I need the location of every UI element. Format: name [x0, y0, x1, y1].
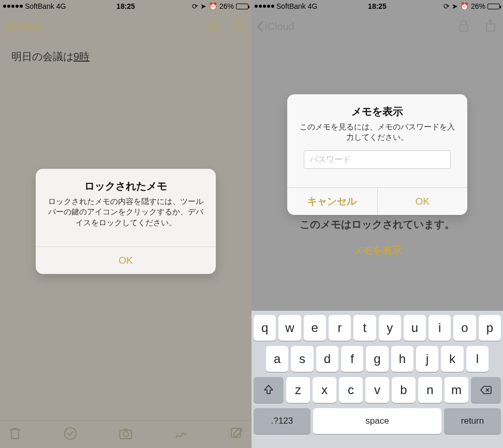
return-key[interactable]: return [444, 408, 501, 434]
lock-open-icon[interactable] [205, 18, 219, 35]
alert-ok-button[interactable]: OK [377, 188, 468, 215]
locked-note-title: このメモはロックされています。 [252, 218, 503, 232]
back-button[interactable]: iCloud [5, 21, 43, 33]
chevron-left-icon [257, 21, 264, 32]
key-r[interactable]: r [329, 315, 351, 341]
key-g[interactable]: g [366, 346, 388, 372]
clock-label: 18:25 [0, 2, 252, 10]
share-icon[interactable] [232, 18, 246, 35]
key-t[interactable]: t [353, 315, 376, 341]
key-m[interactable]: m [445, 377, 468, 403]
lock-icon[interactable] [456, 18, 471, 35]
key-z[interactable]: z [286, 377, 310, 403]
key-x[interactable]: x [313, 377, 336, 403]
key-w[interactable]: w [278, 315, 301, 341]
key-v[interactable]: v [365, 377, 389, 403]
key-o[interactable]: o [453, 315, 476, 341]
key-p[interactable]: p [479, 315, 501, 341]
alert-ok-button[interactable]: OK [36, 247, 216, 274]
password-input[interactable] [304, 150, 451, 169]
nav-bar: iCloud [0, 12, 252, 40]
key-k[interactable]: k [441, 346, 463, 372]
alert-message: ロックされたメモの内容を隠すには、ツールバーの鍵のアイコンをクリックするか、デバ… [45, 196, 206, 228]
key-h[interactable]: h [391, 346, 413, 372]
delete-key[interactable] [471, 377, 501, 403]
key-q[interactable]: q [254, 315, 276, 341]
battery-icon [236, 4, 248, 9]
back-label: iCloud [265, 21, 294, 33]
shift-key[interactable] [254, 377, 284, 403]
key-b[interactable]: b [392, 377, 416, 403]
key-y[interactable]: y [379, 315, 401, 341]
svg-rect-4 [208, 25, 216, 31]
alert-cancel-button[interactable]: キャンセル [287, 188, 377, 215]
alert-message: このメモを見るには、メモのパスワードを入力してください。 [297, 122, 458, 143]
alert-title: メモを表示 [297, 105, 458, 119]
nav-bar: iCloud [252, 12, 503, 40]
mode-switch-key[interactable]: .?123 [254, 408, 310, 434]
svg-rect-6 [460, 25, 468, 31]
key-c[interactable]: c [339, 377, 363, 403]
key-l[interactable]: l [466, 346, 489, 372]
back-label: iCloud [13, 21, 43, 33]
key-e[interactable]: e [304, 315, 326, 341]
password-alert: メモを表示 このメモを見るには、メモのパスワードを入力してください。 キャンセル… [287, 94, 467, 215]
space-key[interactable]: space [313, 408, 441, 434]
key-a[interactable]: a [266, 346, 288, 372]
key-i[interactable]: i [428, 315, 451, 341]
status-bar: SoftBank 4G 18:25 ⟳ ➤ ⏰ 26% [0, 0, 252, 12]
alert-title: ロックされたメモ [45, 179, 206, 193]
key-s[interactable]: s [291, 346, 313, 372]
battery-icon [487, 4, 500, 9]
clock-label: 18:25 [252, 2, 503, 10]
status-bar: SoftBank 4G 18:25 ⟳ ➤ ⏰ 26% [252, 0, 503, 12]
key-j[interactable]: j [416, 346, 438, 372]
locked-note-alert: ロックされたメモ ロックされたメモの内容を隠すには、ツールバーの鍵のアイコンをク… [36, 169, 216, 274]
keyboard: qwertyuiop asdfghjkl zxcvbnm .?123 space… [252, 311, 503, 448]
key-u[interactable]: u [404, 315, 426, 341]
share-icon[interactable] [483, 18, 498, 35]
key-d[interactable]: d [316, 346, 338, 372]
chevron-left-icon [5, 21, 12, 32]
back-button[interactable]: iCloud [257, 21, 294, 33]
key-f[interactable]: f [341, 346, 363, 372]
key-n[interactable]: n [418, 377, 442, 403]
show-note-link[interactable]: メモを表示 [252, 244, 503, 257]
